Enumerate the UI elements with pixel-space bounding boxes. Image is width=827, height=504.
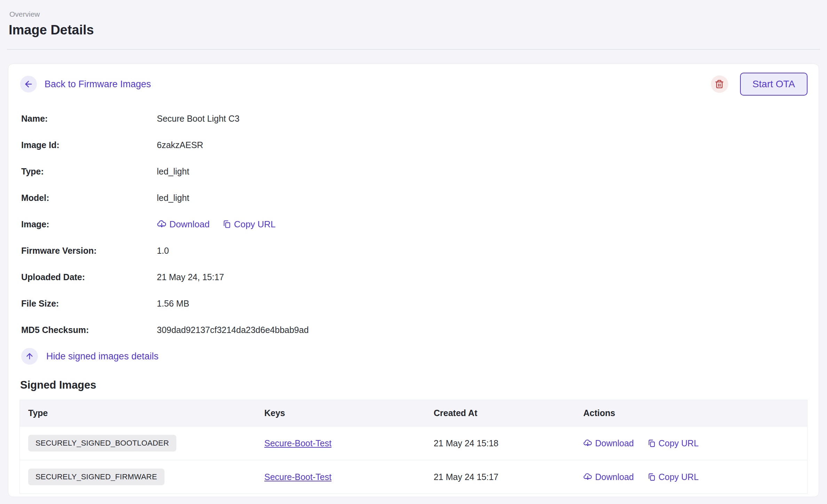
field-value-file-size: 1.56 MB: [157, 299, 189, 309]
type-badge: SECURELY_SIGNED_BOOTLOADER: [28, 435, 176, 452]
field-label: Firmware Version:: [21, 246, 157, 256]
hide-signed-images-row: Hide signed images details: [19, 343, 808, 369]
table-row-firmware: SECURELY_SIGNED_FIRMWARE Secure-Boot-Tes…: [20, 460, 808, 494]
field-value-model: led_light: [157, 193, 189, 203]
signed-images-heading: Signed Images: [20, 379, 808, 391]
field-label: File Size:: [21, 299, 157, 309]
image-download-label: Download: [169, 219, 210, 230]
field-value-firmware-version: 1.0: [157, 246, 169, 256]
field-label: Type:: [21, 166, 157, 177]
page-title: Image Details: [9, 23, 827, 36]
row-download-link[interactable]: Download: [583, 472, 634, 482]
image-copy-url-label: Copy URL: [234, 219, 276, 230]
field-row-uploaded-date: Uploaded Date: 21 May 24, 15:17: [19, 264, 808, 290]
field-label: Model:: [21, 193, 157, 203]
arrow-left-icon: [24, 79, 33, 89]
card-toolbar: Back to Firmware Images Start OTA: [19, 73, 808, 96]
back-to-firmware-link[interactable]: Back to Firmware Images: [45, 79, 151, 90]
row-download-link[interactable]: Download: [583, 438, 634, 448]
field-value-type: led_light: [157, 166, 189, 177]
cloud-download-icon: [157, 219, 167, 229]
field-label: Image:: [21, 219, 157, 229]
field-value-uploaded-date: 21 May 24, 15:17: [157, 272, 224, 282]
field-row-md5-checksum: MD5 Checksum: 309dad92137cf3214da23d6e4b…: [19, 317, 808, 343]
arrow-up-icon: [25, 352, 34, 361]
details-fields: Name: Secure Boot Light C3 Image Id: 6za…: [19, 105, 808, 343]
start-ota-button[interactable]: Start OTA: [740, 73, 808, 96]
field-row-type: Type: led_light: [19, 158, 808, 185]
key-link[interactable]: Secure-Boot-Test: [264, 472, 331, 482]
toolbar-right: Start OTA: [711, 73, 808, 96]
field-label: Name:: [21, 114, 157, 124]
row-actions: Download Copy URL: [583, 438, 799, 448]
row-copy-url-label: Copy URL: [659, 438, 699, 448]
collapse-button[interactable]: [21, 348, 38, 365]
field-row-model: Model: led_light: [19, 185, 808, 211]
signed-images-table-head: Type Keys Created At Actions: [20, 400, 808, 426]
signed-images-table: Type Keys Created At Actions SECURELY_SI…: [19, 400, 808, 494]
copy-icon: [647, 473, 656, 481]
field-value-name: Secure Boot Light C3: [157, 114, 240, 124]
column-header-created-at: Created At: [425, 400, 575, 426]
type-badge: SECURELY_SIGNED_FIRMWARE: [28, 469, 164, 485]
cell-actions: Download Copy URL: [575, 460, 807, 494]
copy-icon: [647, 439, 656, 448]
image-copy-url-link[interactable]: Copy URL: [222, 219, 276, 230]
row-download-label: Download: [595, 472, 634, 482]
image-details-card: Back to Firmware Images Start OTA Name: …: [8, 64, 819, 497]
row-copy-url-link[interactable]: Copy URL: [647, 438, 699, 448]
row-copy-url-label: Copy URL: [659, 472, 699, 482]
key-link[interactable]: Secure-Boot-Test: [264, 438, 331, 448]
hide-signed-images-link[interactable]: Hide signed images details: [46, 351, 159, 362]
cell-type: SECURELY_SIGNED_FIRMWARE: [20, 460, 256, 494]
field-row-image: Image: Download Copy URL: [19, 211, 808, 237]
signed-images-table-body: SECURELY_SIGNED_BOOTLOADER Secure-Boot-T…: [20, 426, 808, 494]
field-label: Uploaded Date:: [21, 272, 157, 282]
row-copy-url-link[interactable]: Copy URL: [647, 472, 699, 482]
image-download-link[interactable]: Download: [157, 219, 210, 230]
field-row-firmware-version: Firmware Version: 1.0: [19, 237, 808, 264]
header-divider: [7, 49, 820, 50]
copy-icon: [222, 220, 231, 229]
cell-created-at: 21 May 24 15:17: [425, 460, 575, 494]
column-header-type: Type: [20, 400, 256, 426]
field-label: MD5 Checksum:: [21, 325, 157, 335]
field-row-file-size: File Size: 1.56 MB: [19, 290, 808, 317]
table-row-bootloader: SECURELY_SIGNED_BOOTLOADER Secure-Boot-T…: [20, 426, 808, 460]
breadcrumb[interactable]: Overview: [9, 10, 827, 18]
cloud-download-icon: [583, 472, 592, 481]
column-header-actions: Actions: [575, 400, 807, 426]
field-value-image-id: 6zakzAESR: [157, 140, 203, 150]
cell-created-at: 21 May 24 15:18: [425, 426, 575, 460]
page-header: Overview Image Details: [0, 0, 827, 36]
field-row-image-id: Image Id: 6zakzAESR: [19, 132, 808, 158]
delete-button[interactable]: [711, 75, 728, 93]
field-label: Image Id:: [21, 140, 157, 150]
cell-actions: Download Copy URL: [575, 426, 807, 460]
field-value-md5-checksum: 309dad92137cf3214da23d6e4bbab9ad: [157, 325, 309, 335]
cloud-download-icon: [583, 439, 592, 448]
image-actions: Download Copy URL: [157, 219, 276, 230]
cell-keys: Secure-Boot-Test: [256, 426, 425, 460]
back-button[interactable]: [20, 76, 37, 92]
table-header-row: Type Keys Created At Actions: [20, 400, 808, 426]
field-row-name: Name: Secure Boot Light C3: [19, 105, 808, 132]
row-download-label: Download: [595, 438, 634, 448]
row-actions: Download Copy URL: [583, 472, 799, 482]
cell-keys: Secure-Boot-Test: [256, 460, 425, 494]
toolbar-left: Back to Firmware Images: [19, 76, 151, 92]
cell-type: SECURELY_SIGNED_BOOTLOADER: [20, 426, 256, 460]
trash-icon: [715, 80, 724, 89]
column-header-keys: Keys: [256, 400, 425, 426]
